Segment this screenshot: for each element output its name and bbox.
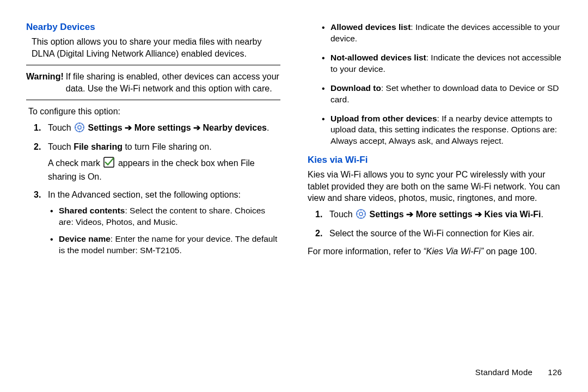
arrow-icon: ➔ (193, 123, 200, 132)
arrow-icon: ➔ (125, 123, 132, 132)
svg-line-20 (364, 211, 365, 212)
bullet-allowed: Allowed devices list: Indicate the devic… (322, 22, 562, 45)
svg-line-17 (358, 211, 359, 212)
bullet-shared-contents: Shared contents: Select the content to s… (50, 205, 280, 228)
nearby-steps: 1. Touch Settings ➔ More settings ➔ Near… (34, 122, 280, 256)
rule-top (26, 65, 280, 65)
svg-line-7 (82, 130, 83, 131)
kies-step-1: 1. Touch Settings ➔ More settings ➔ Kies… (315, 209, 562, 222)
bullet-download-to: Download to: Set whether to download dat… (322, 83, 562, 106)
warning-body: If file sharing is enabled, other device… (66, 71, 280, 94)
step-1: 1. Touch Settings ➔ More settings ➔ Near… (34, 122, 280, 136)
b-label: Not-allowed devices list (330, 53, 426, 62)
rule-bottom (26, 100, 280, 100)
step3-bullets: Shared contents: Select the content to s… (50, 205, 280, 256)
settings-gear-icon (356, 209, 366, 222)
kies-step-2: 2. Select the source of the Wi-Fi connec… (315, 228, 562, 240)
b-label: Allowed devices list (330, 22, 411, 32)
settings-gear-icon (75, 122, 84, 136)
step2-a: Touch (48, 142, 74, 151)
step1-prefix: Touch (48, 123, 74, 132)
svg-point-12 (359, 212, 363, 216)
checkbox-checked-icon (103, 157, 114, 171)
k-step1-prefix: Touch (329, 210, 355, 219)
heading-nearby-devices: Nearby Devices (26, 22, 280, 33)
arrow-icon: ➔ (475, 210, 482, 219)
svg-point-1 (78, 126, 81, 129)
b-label: Download to (330, 83, 381, 93)
kies-intro: Kies via Wi-Fi allows you to sync your P… (308, 169, 562, 204)
k-settings: Settings (370, 210, 404, 219)
step2-b: to turn File sharing on. (122, 142, 212, 151)
b-label: Upload from other devices (330, 114, 437, 123)
step3-text: In the Advanced section, set the followi… (48, 190, 241, 199)
settings-label: Settings (88, 123, 122, 132)
kies-more-info: For more information, refer to “Kies Via… (308, 246, 562, 258)
arrow-icon: ➔ (406, 210, 413, 219)
warning-label: Warning! (26, 71, 64, 94)
svg-line-8 (76, 130, 77, 131)
bullet-not-allowed: Not-allowed devices list: Indicate the d… (322, 52, 562, 75)
advanced-continued-bullets: Allowed devices list: Indicate the devic… (322, 22, 562, 147)
step2-c1: A check mark (48, 158, 102, 168)
heading-kies: Kies via Wi-Fi (308, 155, 562, 166)
bullet-upload-from: Upload from other devices: If a nearby d… (322, 113, 562, 148)
b-label: Device name (59, 234, 111, 243)
k-more-info-ref: “Kies Via Wi-Fi” (424, 247, 484, 256)
k-kies: Kies via Wi-Fi (485, 210, 541, 219)
b-label: Shared contents (59, 206, 125, 215)
nearby-intro: This option allows you to share your med… (32, 36, 280, 59)
svg-line-6 (76, 124, 77, 125)
warning-block: Warning! If file sharing is enabled, oth… (26, 71, 280, 94)
more-settings-label: More settings (134, 123, 191, 132)
svg-line-19 (358, 217, 359, 218)
bullet-device-name: Device name: Enter the name for your dev… (50, 234, 280, 256)
k-more: More settings (416, 210, 473, 219)
svg-line-18 (364, 217, 365, 218)
svg-line-9 (82, 124, 83, 125)
page-footer: Standard Mode 126 (475, 367, 562, 377)
right-column: Allowed devices list: Indicate the devic… (308, 22, 562, 257)
step-2: 2. Touch File sharing to turn File shari… (34, 141, 280, 183)
footer-mode: Standard Mode (475, 367, 532, 377)
section-nearby-devices: Nearby Devices This option allows you to… (26, 22, 280, 256)
footer-page-number: 126 (548, 367, 562, 377)
k-step2: Select the source of the Wi-Fi connectio… (329, 229, 534, 238)
configure-lead: To configure this option: (28, 106, 280, 118)
nearby-devices-label: Nearby devices (203, 123, 267, 132)
manual-page: Nearby Devices This option allows you to… (0, 0, 588, 392)
k-more-info-b: on page 100. (483, 247, 537, 256)
k-more-info-a: For more information, refer to (308, 247, 424, 256)
kies-steps: 1. Touch Settings ➔ More settings ➔ Kies… (315, 209, 562, 240)
step2-bold: File sharing (74, 142, 122, 151)
step-3: 3. In the Advanced section, set the foll… (34, 189, 280, 256)
